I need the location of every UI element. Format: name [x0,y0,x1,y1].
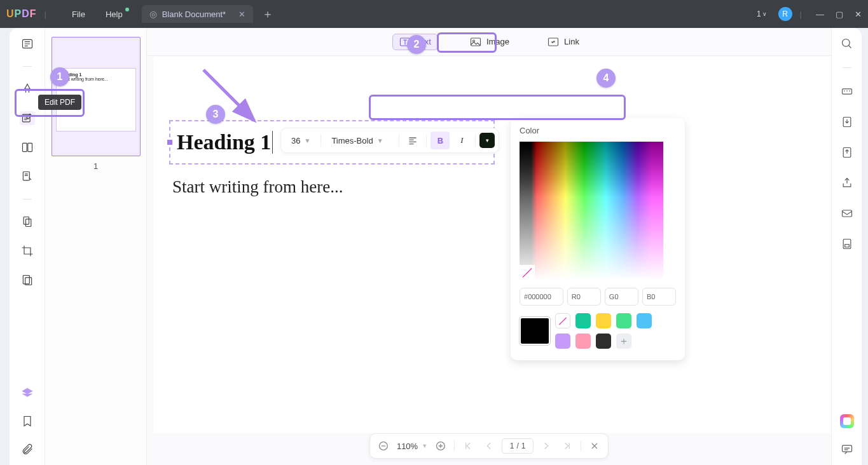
menu-file[interactable]: File [72,10,85,19]
close-icon[interactable]: ✕ [855,10,862,19]
zoom-out-button[interactable] [376,439,390,453]
next-page-button[interactable] [540,439,554,453]
prev-page-button[interactable] [481,439,495,453]
tab-doc-icon: ◎ [149,9,157,19]
notification-badge[interactable]: 1∨ [753,8,771,20]
swatch-color[interactable] [555,334,570,349]
hex-input[interactable]: # 000000 [520,288,563,306]
text-cursor [272,131,273,154]
swatch-color[interactable] [637,313,652,328]
right-tool-rail [831,28,862,465]
add-swatch-button[interactable]: ＋ [616,334,631,349]
color-panel-title: Color [520,126,676,135]
bold-button[interactable]: B [431,131,450,149]
g-input[interactable]: G 0 [605,288,638,306]
redact-icon[interactable] [20,273,35,287]
search-icon[interactable] [839,37,855,51]
font-size-value: 36 [291,136,300,145]
layers-icon[interactable] [20,386,35,400]
font-family-select[interactable]: Times-Bold ▼ [325,131,395,149]
svg-rect-21 [844,245,849,247]
italic-button[interactable]: I [452,131,471,149]
text-tool-button[interactable]: Text [392,34,438,50]
form-icon[interactable] [20,170,35,184]
tab-close-icon[interactable]: ✕ [238,10,245,19]
thumbnail-panel: Heading 1 Start writing from here... 1 [45,28,147,465]
ai-assistant-icon[interactable] [840,414,854,428]
document-page[interactable]: Heading 1 Start writing from here... 36 … [153,57,831,433]
current-color-swatch [520,317,550,345]
thumb-page-number: 1 [52,161,140,171]
heading-text[interactable]: Heading 1 [177,130,271,154]
svg-point-15 [842,39,850,47]
zoom-in-button[interactable] [434,439,448,453]
link-tool-label: Link [564,37,579,46]
swatch-color[interactable] [575,313,591,328]
chat-icon[interactable] [839,442,855,456]
workspace: Heading 1 Start writing from here... 1 T… [10,28,862,465]
export-icon[interactable] [839,115,855,129]
swatch-color[interactable] [596,313,611,328]
print-icon[interactable] [839,237,855,251]
window-controls: — ▢ ✕ [816,10,862,19]
no-color-swatch[interactable] [520,265,535,280]
edit-pdf-tooltip: Edit PDF [38,95,81,110]
page-indicator[interactable]: 1 / 1 [502,438,534,454]
first-page-button[interactable] [461,439,475,453]
text-format-toolbar: 36 ▼ Times-Bold ▼ B I [280,128,499,153]
left-tool-rail [10,28,45,465]
menu-help[interactable]: Help [106,10,123,19]
thumb-heading: Heading 1 [60,72,132,77]
chevron-down-icon: ▼ [377,137,383,144]
ocr-icon[interactable] [839,84,855,98]
notif-count: 1 [757,10,761,18]
document-tab[interactable]: ◎ Blank Document* ✕ [142,5,253,23]
minimize-icon[interactable]: — [816,10,824,19]
svg-rect-7 [23,276,29,284]
font-size-select[interactable]: 36 ▼ [285,131,317,149]
ocr-tool-icon[interactable] [20,215,35,229]
chevron-down-icon: ▼ [304,137,310,144]
zoom-level[interactable]: 110%▼ [397,441,427,451]
svg-rect-2 [22,143,27,151]
attachment-icon[interactable] [20,442,35,456]
link-tool-button[interactable]: Link [541,34,586,50]
b-input[interactable]: B 0 [642,288,676,306]
reader-icon[interactable] [20,37,35,51]
last-page-button[interactable] [560,439,574,453]
text-tool-icon [399,37,411,47]
r-input[interactable]: R 0 [567,288,601,306]
bookmark-icon[interactable] [20,414,35,428]
svg-rect-6 [25,219,31,227]
image-tool-button[interactable]: Image [464,34,516,50]
organize-icon[interactable] [20,140,35,154]
comment-icon[interactable] [20,82,35,96]
maximize-icon[interactable]: ▢ [836,10,843,19]
svg-rect-3 [27,143,32,151]
svg-rect-22 [842,445,851,452]
thumb-body: Start writing from here... [60,77,132,81]
swatch-color[interactable] [616,313,631,328]
email-icon[interactable] [839,206,855,220]
resize-handle-left[interactable] [167,140,172,145]
align-left-button[interactable] [403,131,422,149]
text-color-button[interactable] [479,133,495,148]
svg-rect-4 [23,172,29,180]
close-statusbar-button[interactable] [588,439,602,453]
crop-icon[interactable] [20,244,35,258]
share-icon[interactable] [839,176,855,190]
swatch-color[interactable] [575,334,591,349]
color-gradient[interactable] [520,142,665,280]
swatch-color[interactable] [596,334,611,349]
new-tab-button[interactable]: ＋ [262,6,273,22]
user-avatar[interactable]: R [778,7,792,21]
edit-pdf-icon[interactable] [20,111,35,125]
body-text[interactable]: Start writing from here... [172,177,343,197]
convert-icon[interactable] [839,145,855,159]
svg-rect-16 [842,89,851,94]
image-tool-label: Image [486,37,509,46]
swatch-none[interactable] [555,313,570,328]
font-family-value: Times-Bold [331,136,373,145]
edit-toolbar: Text Image Link [147,28,831,56]
page-status-bar: 110%▼ 1 / 1 [369,433,609,459]
